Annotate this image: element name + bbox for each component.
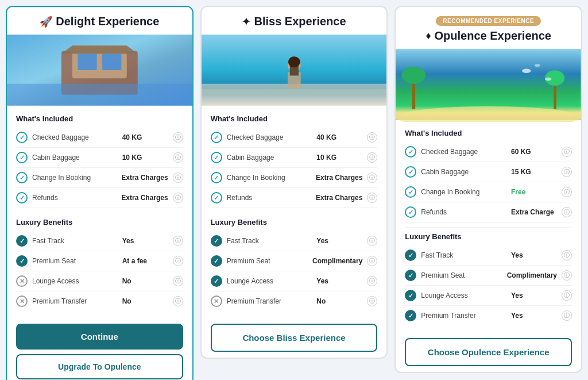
check-icon: ✓	[16, 132, 28, 143]
info-icon[interactable]: ⓘ	[367, 193, 377, 203]
check-icon: ✓	[211, 192, 222, 204]
info-icon[interactable]: ⓘ	[367, 296, 377, 306]
card-header-delight: 🚀 Delight Experience	[7, 7, 192, 33]
section-title-opulence-1: Luxury Benefits	[405, 232, 572, 241]
info-icon[interactable]: ⓘ	[562, 207, 572, 217]
check-icon: ✓	[16, 235, 28, 247]
feature-value: Yes	[511, 312, 557, 320]
card-header-bliss: ✦ Bliss Experience	[202, 7, 387, 33]
card-footer-delight: ContinueUpgrade To Opulence	[7, 318, 192, 380]
feature-value: At a fee	[122, 257, 168, 265]
card-title-bliss: ✦ Bliss Experience	[211, 15, 378, 28]
check-icon: ✓	[405, 206, 416, 218]
info-icon[interactable]: ⓘ	[173, 296, 183, 306]
card-footer-bliss: Choose Bliss Experience	[202, 318, 387, 358]
info-icon[interactable]: ⓘ	[562, 167, 572, 177]
feature-value: Free	[511, 188, 557, 196]
card-header-opulence: RECOMMENDED EXPERIENCE ♦ Opulence Experi…	[396, 7, 581, 47]
upgrade-button[interactable]: Upgrade To Opulence	[16, 354, 183, 379]
info-icon[interactable]: ⓘ	[367, 276, 377, 286]
section-title-bliss-0: What's Included	[211, 114, 378, 123]
continue-button[interactable]: Continue	[16, 324, 183, 350]
feature-value: Complimentary	[312, 257, 362, 265]
info-icon[interactable]: ⓘ	[173, 236, 183, 246]
feature-row: ✓ Change In Booking Extra Charges ⓘ	[16, 168, 183, 188]
info-icon[interactable]: ⓘ	[173, 276, 183, 286]
svg-rect-3	[78, 54, 96, 70]
feature-value: Extra Charges	[121, 194, 168, 202]
info-icon[interactable]: ⓘ	[562, 187, 572, 197]
feature-value: No	[122, 297, 168, 305]
svg-point-20	[545, 78, 551, 81]
feature-value: No	[122, 277, 168, 285]
feature-name: Premium Transfer	[32, 297, 118, 305]
card-bliss: ✦ Bliss Experience What's Included	[200, 6, 388, 359]
info-icon[interactable]: ⓘ	[562, 310, 572, 321]
info-icon[interactable]: ⓘ	[173, 172, 183, 183]
info-icon[interactable]: ⓘ	[562, 270, 572, 281]
svg-point-16	[402, 67, 426, 84]
info-icon[interactable]: ⓘ	[367, 152, 377, 163]
svg-marker-5	[61, 45, 138, 53]
info-icon[interactable]: ⓘ	[173, 132, 183, 143]
info-icon[interactable]: ⓘ	[173, 256, 183, 266]
info-icon[interactable]: ⓘ	[367, 236, 377, 246]
feature-name: Premium Transfer	[421, 312, 506, 320]
feature-value: Extra Charges	[316, 194, 362, 202]
feature-name: Checked Baggage	[421, 148, 506, 156]
feature-value: Yes	[511, 291, 557, 300]
card-body-bliss: What's Included ✓ Checked Baggage 40 KG …	[202, 108, 387, 318]
feature-value: Yes	[316, 277, 362, 285]
feature-name: Change In Booking	[421, 188, 506, 196]
feature-row: ✓ Cabin Baggage 15 KG ⓘ	[405, 162, 572, 182]
card-body-delight: What's Included ✓ Checked Baggage 40 KG …	[7, 108, 192, 318]
feature-value: 15 KG	[511, 168, 557, 176]
title-text-opulence: Opulence Experience	[435, 29, 551, 43]
info-icon[interactable]: ⓘ	[367, 132, 377, 143]
cards-container: 🚀 Delight Experience What's Included ✓ C…	[6, 6, 582, 380]
choose-bliss-button[interactable]: Choose Bliss Experience	[211, 324, 378, 352]
feature-name: Cabin Baggage	[32, 153, 118, 162]
info-icon[interactable]: ⓘ	[562, 290, 572, 301]
info-icon[interactable]: ⓘ	[562, 147, 572, 157]
choose-opulence-button[interactable]: Choose Opulence Experience	[405, 338, 572, 366]
check-icon: ✓	[405, 290, 416, 301]
title-icon-bliss: ✦	[242, 16, 250, 28]
feature-name: Premium Seat	[227, 257, 308, 265]
title-icon-delight: 🚀	[40, 16, 52, 28]
check-icon: ✓	[405, 146, 416, 158]
feature-name: Cabin Baggage	[227, 153, 312, 162]
feature-name: Change In Booking	[227, 174, 311, 182]
svg-rect-6	[7, 84, 192, 106]
feature-row: ✓ Fast Track Yes ⓘ	[16, 231, 183, 251]
section-divider	[211, 213, 378, 213]
section-title-delight-0: What's Included	[16, 114, 183, 123]
check-icon: ✓	[211, 132, 222, 143]
feature-name: Lounge Access	[32, 277, 118, 285]
title-text-delight: Delight Experience	[56, 15, 159, 28]
check-icon: ✓	[211, 275, 222, 287]
info-icon[interactable]: ⓘ	[562, 250, 572, 260]
feature-value: Extra Charges	[121, 174, 168, 182]
info-icon[interactable]: ⓘ	[367, 172, 377, 183]
info-icon[interactable]: ⓘ	[173, 193, 183, 203]
info-icon[interactable]: ⓘ	[367, 256, 377, 266]
info-icon[interactable]: ⓘ	[173, 152, 183, 163]
check-icon: ✓	[16, 152, 28, 163]
feature-row: ✓ Checked Baggage 40 KG ⓘ	[16, 128, 183, 148]
feature-value: Extra Charge	[511, 208, 557, 216]
feature-value: Extra Charges	[316, 174, 362, 182]
check-icon: ✓	[211, 235, 222, 247]
feature-row: ✓ Fast Track Yes ⓘ	[405, 245, 572, 266]
check-icon: ✓	[211, 152, 222, 163]
feature-row: ✓ Checked Baggage 40 KG ⓘ	[211, 128, 378, 148]
feature-row: ✓ Premium Transfer Yes ⓘ	[405, 306, 572, 325]
feature-row: ✓ Cabin Baggage 10 KG ⓘ	[16, 148, 183, 168]
svg-rect-13	[202, 89, 387, 94]
check-icon: ✕	[16, 275, 28, 287]
section-divider	[405, 227, 572, 228]
feature-row: ✓ Lounge Access Yes ⓘ	[211, 271, 378, 291]
feature-row: ✓ Refunds Extra Charges ⓘ	[211, 188, 378, 208]
svg-point-19	[523, 68, 531, 73]
card-opulence: RECOMMENDED EXPERIENCE ♦ Opulence Experi…	[394, 6, 582, 373]
